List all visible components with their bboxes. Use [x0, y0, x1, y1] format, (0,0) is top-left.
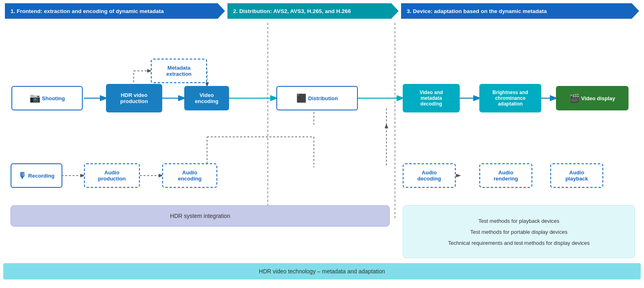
footer-label: HDR video technology – metadata and adap…	[259, 268, 385, 275]
node-video-metadata-decoding: Video and metadata decoding	[403, 84, 460, 112]
node-audio-encoding: Audio encoding	[162, 163, 217, 188]
node-distribution: ⬛ Distribution	[276, 86, 358, 110]
brightness-chrominance-label: Brightness and chrominance adaptation	[492, 90, 528, 107]
audio-playback-label: Audio playback	[565, 169, 588, 182]
main-content: 📷 Shooting HDR video production Metadata…	[3, 23, 641, 259]
audio-encoding-label: Audio encoding	[178, 169, 202, 182]
banner-distribution: 2. Distribution: AVS2, AVS3, H.265, and …	[227, 3, 399, 19]
node-audio-production: Audio production	[84, 163, 140, 188]
banner-device: 3. Device: adaptation based on the dynam…	[401, 3, 639, 19]
metadata-extraction-label: Metadata extraction	[166, 65, 192, 77]
divider-right	[395, 23, 395, 218]
node-hdr-video-production: HDR video production	[106, 84, 162, 112]
video-metadata-decoding-label: Video and metadata decoding	[419, 90, 443, 107]
node-brightness-chrominance: Brightness and chrominance adaptation	[479, 84, 541, 112]
test3-label: Technical requirements and test methods …	[448, 240, 590, 246]
node-video-display: 🎬 Video display	[556, 86, 629, 110]
node-audio-decoding: Audio decoding	[403, 163, 456, 188]
banner-device-label: 3. Device: adaptation based on the dynam…	[407, 8, 547, 14]
node-audio-playback: Audio playback	[550, 163, 603, 188]
hdr-integration-label: HDR system integration	[170, 213, 230, 219]
test-methods-box: Test methods for playback devices Test m…	[403, 205, 635, 258]
test1-label: Test methods for playback devices	[479, 218, 560, 224]
node-shooting: 📷 Shooting	[11, 86, 83, 110]
recording-label: Recording	[28, 173, 54, 179]
banner-frontend-label: 1. Frontend: extraction and encoding of …	[11, 8, 164, 14]
audio-decoding-label: Audio decoding	[417, 169, 441, 182]
video-encoding-label: Video encoding	[195, 92, 218, 104]
node-metadata-extraction: Metadata extraction	[151, 59, 207, 83]
audio-production-label: Audio production	[98, 169, 126, 182]
test2-label: Test methods for portable display device…	[470, 229, 567, 235]
node-audio-rendering: Audio rendering	[479, 163, 532, 188]
banner-frontend: 1. Frontend: extraction and encoding of …	[5, 3, 225, 19]
audio-rendering-label: Audio rendering	[494, 169, 518, 182]
top-banners: 1. Frontend: extraction and encoding of …	[3, 3, 641, 19]
divider-left	[267, 23, 268, 218]
node-recording: 🎙 Recording	[11, 163, 62, 188]
hdr-integration-box: HDR system integration	[11, 205, 390, 226]
node-video-encoding: Video encoding	[184, 86, 229, 110]
diagram-container: 1. Frontend: extraction and encoding of …	[0, 0, 644, 288]
footer-banner: HDR video technology – metadata and adap…	[3, 263, 641, 279]
distribution-label: Distribution	[308, 95, 338, 101]
hdr-video-production-label: HDR video production	[120, 92, 148, 104]
shooting-label: Shooting	[42, 95, 65, 101]
video-display-label: Video display	[581, 95, 615, 101]
banner-distribution-label: 2. Distribution: AVS2, AVS3, H.265, and …	[233, 8, 351, 14]
